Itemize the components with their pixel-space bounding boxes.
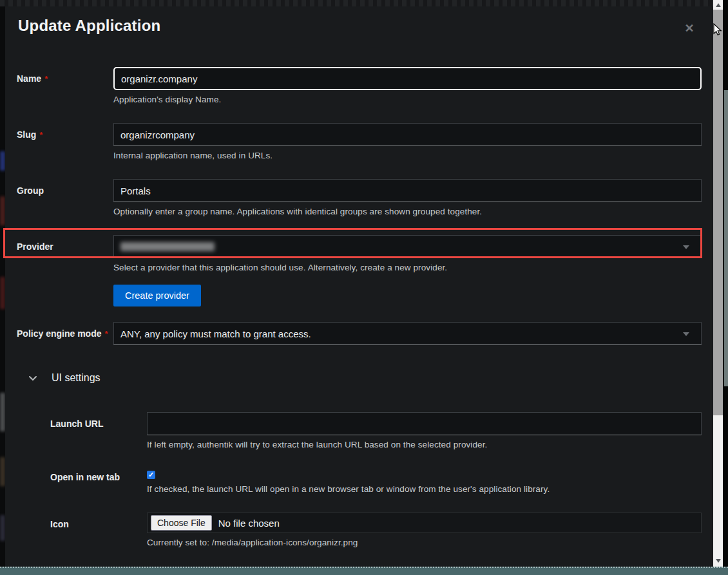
launch-url-label: Launch URL [50,412,147,449]
policy-engine-mode-row: Policy engine mode* ANY, any policy must… [17,322,702,345]
group-input[interactable] [113,179,702,202]
name-row: Name* Application's display Name. [17,67,702,104]
background-icon-fragment [0,515,5,541]
launch-url-row: Launch URL If left empty, authentik will… [50,412,702,449]
vertical-scrollbar[interactable] [713,0,723,567]
capture-top-edge [0,0,728,6]
application-form: Name* Application's display Name. Slug* … [17,67,702,568]
modal-title: Update Application [18,17,160,35]
provider-row: Provider Select a provider that this app… [17,235,702,306]
open-in-new-tab-help: If checked, the launch URL will open in … [147,484,702,494]
policy-engine-mode-select[interactable]: ANY, any policy must match to grant acce… [113,322,702,345]
slug-label: Slug* [17,123,113,160]
window-edge-segment [724,90,728,386]
open-in-new-tab-label: Open in new tab [50,468,147,494]
chevron-down-icon [28,372,37,384]
name-help: Application's display Name. [113,95,702,104]
launch-url-help: If left empty, authentik will try to ext… [147,440,702,449]
scrollbar-thumb[interactable] [713,10,723,415]
open-in-new-tab-row: Open in new tab ✓ If checked, the launch… [50,468,702,494]
background-icon-fragment [0,393,5,431]
required-asterisk: * [104,329,108,339]
icon-help: Currently set to: /media/application-ico… [147,538,702,547]
group-row: Group Optionally enter a group name. App… [17,179,702,216]
capture-bottom-edge [0,567,728,575]
policy-engine-mode-label: Policy engine mode* [17,322,113,345]
icon-row: Icon Choose File No file chosen Currentl… [50,513,702,547]
provider-label: Provider [17,235,113,306]
slug-row: Slug* Internal application name, used in… [17,123,702,160]
background-icon-fragment [0,457,5,486]
close-icon[interactable]: ✕ [682,21,697,36]
slug-input[interactable] [113,123,702,146]
screenshot-stage: Update Application ✕ Name* Application's… [0,0,728,575]
open-in-new-tab-checkbox[interactable]: ✓ [147,471,155,479]
icon-label: Icon [50,513,147,547]
ui-settings-section-toggle[interactable]: UI settings [28,372,702,384]
group-help: Optionally enter a group name. Applicati… [113,207,702,216]
provider-select[interactable] [113,235,702,258]
policy-engine-mode-value: ANY, any policy must match to grant acce… [120,328,311,339]
provider-help: Select a provider that this application … [113,263,702,272]
background-icon-fragment [0,196,5,225]
scroll-down-icon[interactable] [713,556,723,565]
required-asterisk: * [39,130,43,140]
background-page-edge [0,6,5,568]
icon-file-input[interactable]: Choose File No file chosen [147,513,702,533]
scroll-up-icon[interactable] [713,0,723,10]
choose-file-button[interactable]: Choose File [151,515,212,531]
chevron-down-icon [683,332,689,336]
name-input[interactable] [113,67,702,90]
background-icon-fragment [0,151,5,171]
group-label: Group [17,179,113,216]
background-icon-fragment [0,277,5,309]
check-icon: ✓ [148,471,154,479]
ui-settings-subsection: Launch URL If left empty, authentik will… [17,412,702,568]
update-application-modal: Update Application ✕ Name* Application's… [5,6,713,568]
window-right-edge [723,0,728,575]
name-label: Name* [17,67,113,104]
required-asterisk: * [44,74,48,84]
create-provider-button[interactable]: Create provider [113,285,201,306]
slug-help: Internal application name, used in URLs. [113,151,702,160]
file-status-text: No file chosen [218,518,280,529]
ui-settings-section-label: UI settings [52,372,101,384]
launch-url-input[interactable] [147,412,702,435]
redacted-provider-value [120,242,215,251]
chevron-down-icon [683,245,689,249]
